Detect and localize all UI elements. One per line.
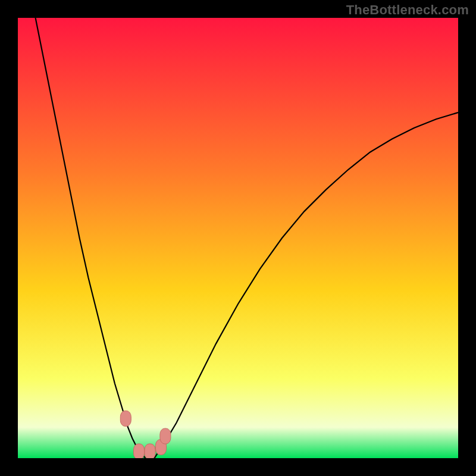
- watermark-text: TheBottleneck.com: [346, 2, 469, 18]
- marker-point: [120, 411, 131, 426]
- marker-point: [160, 428, 171, 444]
- marker-point: [134, 444, 145, 458]
- chart-frame: TheBottleneck.com: [0, 0, 476, 476]
- gradient-bg: [18, 18, 458, 458]
- chart-svg: [18, 18, 458, 458]
- plot-area: [18, 18, 458, 458]
- marker-point: [145, 444, 155, 458]
